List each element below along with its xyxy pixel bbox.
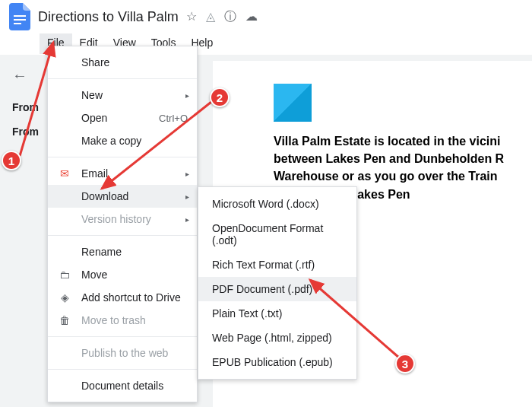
download-html[interactable]: Web Page (.html, zipped) (198, 326, 356, 350)
chevron-right-icon: ▸ (185, 91, 189, 100)
info-icon[interactable]: ⓘ (224, 9, 236, 25)
doc-title[interactable]: Directions to Villa Palm (38, 9, 179, 25)
menu-label: Publish to the web (81, 347, 168, 359)
menu-make-copy[interactable]: Make a copy (48, 129, 197, 152)
separator (48, 235, 197, 236)
menu-label: Rename (81, 246, 122, 258)
cloud-saved-icon[interactable]: ☁ (245, 9, 258, 25)
annotation-badge-3: 3 (395, 354, 415, 374)
outline-item[interactable]: From (12, 119, 33, 144)
chevron-right-icon: ▸ (185, 215, 189, 224)
trash-icon: 🗑 (57, 314, 72, 326)
separator (48, 157, 197, 157)
text-line: between Lakes Pen and Dunbeholden R (274, 150, 532, 167)
docs-logo-icon[interactable] (6, 3, 33, 30)
download-epub[interactable]: EPUB Publication (.epub) (198, 350, 356, 374)
menu-move[interactable]: 🗀Move (48, 263, 197, 286)
menu-label: Download (81, 190, 128, 202)
move-folder-icon[interactable]: ◬ (206, 9, 215, 25)
shortcut-label: Ctrl+O (159, 113, 188, 124)
chevron-right-icon: ▸ (185, 170, 189, 178)
gmail-icon: ✉ (57, 167, 72, 180)
download-pdf[interactable]: PDF Document (.pdf) (198, 277, 356, 301)
menu-label: Share (81, 56, 109, 68)
star-icon[interactable]: ☆ (186, 9, 197, 25)
menu-publish[interactable]: Publish to the web (48, 342, 197, 364)
separator (48, 78, 197, 79)
menu-email[interactable]: ✉Email▸ (48, 162, 197, 185)
menu-details[interactable]: Document details (48, 374, 197, 397)
outline-panel: ← From From (0, 61, 46, 150)
separator (48, 336, 197, 337)
outline-item[interactable]: From (12, 95, 33, 119)
back-arrow-icon[interactable]: ← (12, 67, 33, 84)
download-rtf[interactable]: Rich Text Format (.rtf) (198, 253, 356, 277)
svg-rect-2 (14, 23, 21, 24)
folder-icon: 🗀 (57, 269, 72, 281)
menu-version-history[interactable]: Version history▸ (48, 208, 197, 231)
menu-share[interactable]: Share (48, 51, 197, 74)
text-line: Villa Palm Estate is located in the vici… (274, 132, 532, 150)
title-bar: Directions to Villa Palm ☆ ◬ ⓘ ☁ (0, 0, 532, 33)
text-line: Warehouse or as you go over the Train (274, 167, 532, 185)
menu-label: New (81, 89, 103, 101)
menu-label: Make a copy (81, 135, 141, 147)
menu-label: Email (81, 167, 108, 180)
annotation-badge-2: 2 (210, 87, 230, 107)
menu-new[interactable]: New▸ (48, 84, 197, 107)
svg-rect-1 (14, 19, 26, 21)
menu-label: Move to trash (81, 314, 146, 326)
menu-add-shortcut[interactable]: ◈Add shortcut to Drive (48, 286, 197, 309)
menu-download[interactable]: Download▸ (48, 185, 197, 208)
download-txt[interactable]: Plain Text (.txt) (198, 301, 356, 326)
download-odt[interactable]: OpenDocument Format (.odt) (198, 216, 356, 253)
menu-label: Open (81, 112, 107, 124)
menu-label: Add shortcut to Drive (81, 291, 181, 304)
annotation-badge-1: 1 (2, 151, 21, 170)
download-submenu: Microsoft Word (.docx) OpenDocument Form… (198, 186, 357, 380)
menu-label: Document details (81, 380, 163, 392)
file-dropdown: Share New▸ OpenCtrl+O Make a copy ✉Email… (47, 46, 198, 402)
menu-trash[interactable]: 🗑Move to trash (48, 309, 197, 332)
embedded-image (274, 84, 312, 122)
menu-rename[interactable]: Rename (48, 240, 197, 263)
download-docx[interactable]: Microsoft Word (.docx) (198, 192, 356, 216)
separator (48, 369, 197, 370)
menu-open[interactable]: OpenCtrl+O (48, 107, 197, 129)
menu-label: Version history (81, 213, 151, 225)
svg-rect-0 (14, 15, 26, 17)
menu-label: Move (81, 269, 107, 281)
chevron-right-icon: ▸ (185, 192, 189, 201)
drive-icon: ◈ (57, 291, 72, 304)
